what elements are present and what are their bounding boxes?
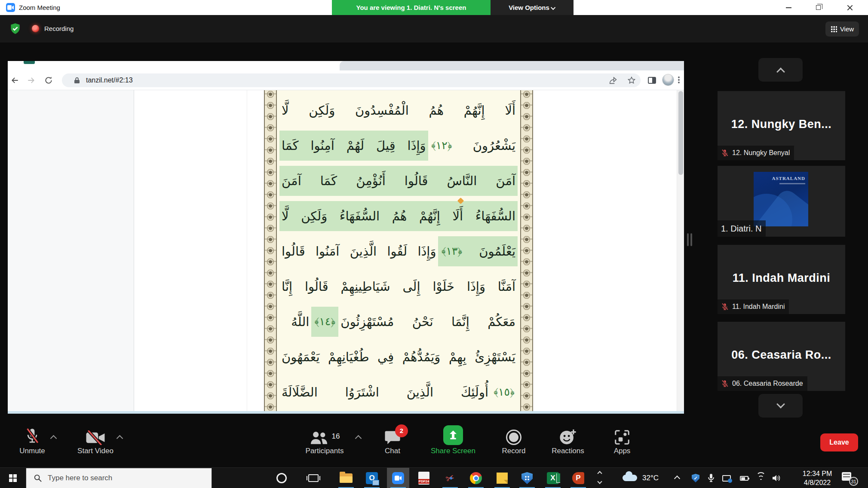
quran-segment: اللَّهُ — [279, 307, 311, 337]
zoom-meeting-window: Zoom Meeting You are viewing 1. Diatri. … — [0, 0, 868, 488]
share-page-icon[interactable] — [608, 75, 618, 85]
quran-line[interactable]: يَسْتَهْزِئُبِهِمْوَيَمُدُّهُمْفِيطُغْيَ… — [279, 339, 518, 375]
muted-mic-icon — [25, 427, 40, 445]
participants-scroll-up-button[interactable] — [758, 58, 803, 82]
task-view-button[interactable] — [302, 468, 325, 488]
taskbar-scroll-arrows[interactable] — [596, 468, 604, 488]
security-tray-icon[interactable]: ✓ — [689, 468, 702, 488]
shield-app-icon — [521, 472, 533, 484]
temperature-label[interactable]: 32°C — [642, 468, 659, 488]
security-app-button[interactable] — [516, 468, 538, 488]
quran-segment: يَشْعُرُونَ — [455, 131, 518, 161]
leave-button[interactable]: Leave — [820, 433, 858, 451]
back-button[interactable] — [10, 75, 20, 85]
view-button[interactable]: View — [825, 21, 859, 37]
taskbar-search-input[interactable]: Type here to search — [26, 468, 212, 488]
participant-tile-diatri[interactable]: ASTRALAND 1. Diatri. N — [718, 166, 845, 237]
recording-label: Recording — [44, 15, 74, 43]
forward-button[interactable] — [26, 75, 36, 85]
time-label: 12:34 PM — [794, 469, 840, 478]
browser-toolbar: tanzil.net/#2:13 — [8, 70, 684, 90]
powerpoint-button[interactable]: P — [567, 468, 589, 488]
taskbar-clock[interactable]: 12:34 PM 4/8/2022 — [794, 469, 840, 487]
sidebar-resize-handle[interactable] — [687, 233, 693, 246]
shared-slide-thumbnail: ASTRALAND — [754, 172, 808, 226]
chevron-up-icon — [776, 67, 785, 76]
quran-segment: أُولَئِكَالَّذِينَاشْتَرَوُاالضَّلَالَةَ — [279, 377, 491, 407]
bookmark-star-icon[interactable] — [626, 75, 637, 85]
quran-segment: وَإِذَالَقُواالَّذِينَآمَنُواقَالُوا — [279, 236, 438, 266]
chrome-button[interactable] — [465, 468, 487, 488]
participant-name-label: 11. Indah Mardini — [732, 303, 785, 311]
microphone-tray-icon[interactable] — [705, 468, 718, 488]
ornamental-border-right — [520, 90, 533, 411]
chat-button[interactable]: Chat — [360, 420, 425, 466]
meeting-top-bar: Recording View — [0, 15, 868, 43]
close-button[interactable] — [837, 0, 862, 15]
share-screen-label: Share Screen — [421, 447, 485, 455]
zoom-app-icon — [392, 472, 404, 484]
powerpoint-icon: P — [572, 472, 584, 484]
chevron-down-icon — [776, 400, 785, 408]
pdf24-button[interactable]: PDF24 — [413, 468, 435, 488]
quran-text-block: أَلَاإِنَّهُمْهُمُالْمُفْسِدُونَوَلَكِنل… — [279, 93, 518, 411]
outlook-icon: O — [366, 472, 378, 484]
share-screen-button[interactable]: Share Screen — [421, 420, 485, 466]
view-options-dropdown[interactable]: View Options — [491, 0, 574, 15]
ornamental-border-left — [264, 90, 277, 411]
verse-number-marker: ﴿١٤﴾ — [311, 307, 338, 337]
battery-tray-icon[interactable] — [738, 468, 751, 488]
display-sync-tray-icon[interactable] — [720, 468, 733, 488]
start-button[interactable] — [2, 468, 24, 488]
zoom-app-button[interactable] — [387, 468, 409, 488]
grid-view-icon — [831, 26, 837, 32]
hidden-icons-chevron[interactable] — [674, 476, 680, 482]
browser-profile-avatar[interactable] — [662, 74, 674, 86]
scrollbar-thumb[interactable] — [678, 91, 683, 175]
file-explorer-button[interactable] — [335, 468, 357, 488]
browser-menu-icon[interactable] — [678, 76, 680, 85]
address-bar[interactable]: tanzil.net/#2:13 — [62, 73, 641, 87]
encryption-shield-icon[interactable] — [9, 23, 21, 36]
outlook-button[interactable]: O — [361, 468, 383, 488]
quran-line[interactable]: أَلَاإِنَّهُمْهُمُالْمُفْسِدُونَوَلَكِنل… — [279, 93, 518, 128]
quran-line[interactable]: يَعْلَمُونَ﴿١٣﴾وَإِذَالَقُواالَّذِينَآمَ… — [279, 234, 518, 269]
quran-line[interactable]: مَعَكُمْإِنَّمَانَحْنُمُسْتَهْزِئُونَ﴿١٤… — [279, 304, 518, 339]
quran-line[interactable]: السُّفَهَاءُأَلَاإِنَّهُمْهُمُالسُّفَهَا… — [279, 198, 518, 234]
browser-scrollbar[interactable] — [677, 90, 684, 411]
quran-line[interactable]: آمَنَالنَّاسُقَالُواأَنُؤْمِنُكَمَاآمَنَ — [279, 163, 518, 198]
cortana-button[interactable] — [270, 468, 293, 488]
participants-scroll-down-button[interactable] — [758, 394, 803, 418]
participant-tile-indah[interactable]: 11. Indah Mardini 11. Indah Mardini — [718, 245, 845, 314]
weather-cloud-icon[interactable] — [623, 475, 637, 481]
participant-tile-ceasaria[interactable]: 06. Ceasaria Ro... 06. Ceasaria Rosearde — [718, 322, 845, 391]
speaker-tray-icon[interactable] — [770, 468, 783, 488]
snipping-tool-button[interactable]: ✂ — [439, 468, 461, 488]
participants-button[interactable]: 16 Participants — [292, 420, 357, 466]
quran-line[interactable]: ﴿١٥﴾أُولَئِكَالَّذِينَاشْتَرَوُاالضَّلَا… — [279, 375, 518, 410]
side-panel-icon[interactable] — [647, 75, 657, 85]
notification-center-button[interactable]: 31 — [842, 472, 856, 484]
url-text: tanzil.net/#2:13 — [86, 73, 133, 87]
minimize-button[interactable] — [776, 0, 801, 15]
zoom-camera-icon — [6, 3, 15, 12]
reload-button[interactable] — [43, 75, 54, 85]
lock-icon — [74, 77, 80, 85]
quran-line[interactable]: آمَنَّاوَإِذَاخَلَوْاإِلَىشَيَاطِينِهِمْ… — [279, 269, 518, 304]
muted-mic-icon — [721, 380, 729, 387]
quran-line[interactable]: يَشْعُرُونَ﴿١٢﴾وَإِذَاقِيلَلَهُمْآمِنُوا… — [279, 128, 518, 163]
wifi-tray-icon[interactable] — [755, 468, 767, 488]
scissors-icon: ✂ — [444, 471, 456, 485]
browser-tab-strip[interactable] — [8, 61, 684, 70]
excel-button[interactable]: X — [542, 468, 564, 488]
participant-big-name: 12. Nungky Ben... — [718, 117, 845, 131]
unmute-button[interactable]: Unmute — [0, 420, 64, 466]
quran-segment: السُّفَهَاءُأَلَاإِنَّهُمْهُمُالسُّفَهَا… — [279, 201, 518, 231]
restore-button[interactable] — [806, 0, 831, 15]
participant-name-strip: 06. Ceasaria Rosearde — [718, 376, 807, 391]
apps-button[interactable]: Apps — [590, 420, 654, 466]
sticky-notes-button[interactable] — [491, 468, 513, 488]
participant-tile-nungky[interactable]: 12. Nungky Ben... 12. Nungky Benyal — [718, 91, 845, 160]
muted-mic-icon — [721, 149, 729, 157]
start-video-button[interactable]: Start Video — [63, 420, 128, 466]
